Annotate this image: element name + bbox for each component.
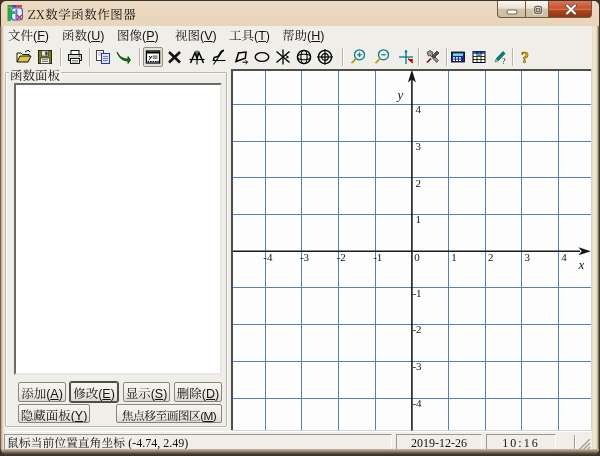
svg-text:2: 2 bbox=[488, 251, 494, 263]
svg-text:2: 2 bbox=[416, 177, 422, 189]
svg-text:y: y bbox=[396, 87, 404, 102]
svg-text:-1: -1 bbox=[412, 287, 421, 299]
svg-text:-3: -3 bbox=[412, 360, 422, 372]
svg-text:4: 4 bbox=[416, 103, 422, 115]
svg-text:0: 0 bbox=[414, 251, 420, 263]
svg-text:1: 1 bbox=[416, 213, 422, 225]
svg-text:-1: -1 bbox=[373, 251, 382, 263]
svg-text:-3: -3 bbox=[300, 251, 310, 263]
svg-text:-4: -4 bbox=[263, 251, 273, 263]
svg-text:3: 3 bbox=[525, 251, 531, 263]
svg-text:-2: -2 bbox=[337, 251, 346, 263]
svg-text:3: 3 bbox=[416, 140, 422, 152]
svg-text:1: 1 bbox=[451, 251, 457, 263]
svg-text:4: 4 bbox=[561, 251, 567, 263]
svg-text:-2: -2 bbox=[412, 323, 421, 335]
svg-text:-4: -4 bbox=[412, 397, 422, 409]
svg-text:x: x bbox=[578, 257, 585, 272]
